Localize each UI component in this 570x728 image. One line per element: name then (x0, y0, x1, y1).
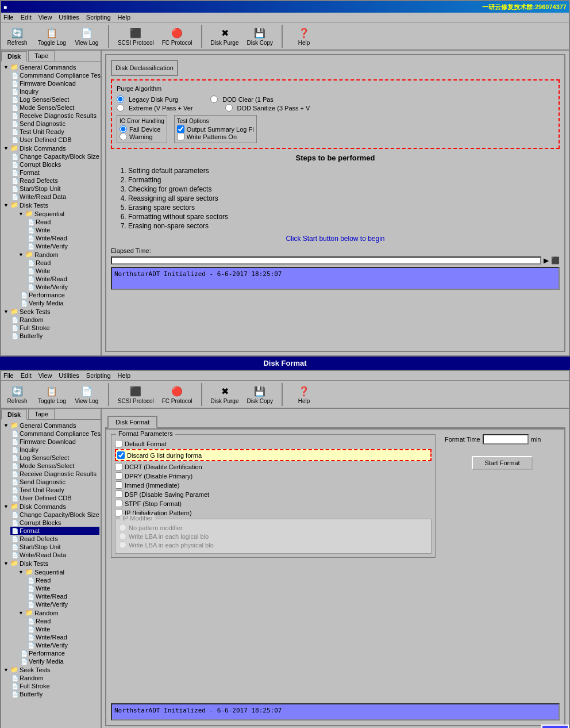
seek2-fullstroke[interactable]: 📄Full Stroke (10, 682, 99, 690)
rand2-header[interactable]: ▼ 📁 Random (10, 608, 99, 617)
stop-button[interactable]: ⬛ (551, 256, 560, 265)
menu-view[interactable]: View (38, 14, 52, 21)
disk-copy-button-2[interactable]: 💾 Disk Copy (245, 382, 275, 406)
tab-disk-bottom[interactable]: Disk (1, 409, 27, 420)
sidebar2-test-unit[interactable]: 📄Test Unit Ready (10, 486, 99, 494)
disk-purge-button[interactable]: ✖ Disk Purge (209, 24, 241, 48)
sidebar2-start-stop[interactable]: 📄Start/Stop Unit (10, 543, 99, 551)
cb-dpry[interactable] (115, 472, 122, 480)
sidebar2-send-diag[interactable]: 📄Send Diagnostic (10, 478, 99, 486)
menu2-file[interactable]: File (3, 372, 14, 379)
disk2-tests-header[interactable]: ▼ 📁 Disk Tests (2, 559, 99, 568)
general2-header[interactable]: ▼ 📁 General Commands (2, 421, 99, 430)
view-log-button-2[interactable]: 📄 View Log (72, 382, 101, 406)
verify2-item[interactable]: 📄Verify Media (10, 657, 99, 665)
seq-writeread[interactable]: 📄Write/Read (26, 234, 99, 242)
tab-disk-top[interactable]: Disk (1, 51, 27, 62)
radio-fail[interactable] (120, 125, 127, 133)
seek2-random[interactable]: 📄Random (10, 674, 99, 682)
sidebar-item-receive-diag[interactable]: 📄Receive Diagnostic Results (10, 112, 99, 120)
menu-edit[interactable]: Edit (21, 14, 32, 21)
refresh-button-2[interactable]: 🔄 Refresh (3, 382, 32, 406)
seq-read[interactable]: 📄Read (26, 218, 99, 226)
fc-button-2[interactable]: 🔴 FC Protocol (160, 382, 194, 406)
toggle-log-button-2[interactable]: 📋 Toggle Log (36, 382, 68, 406)
seq-writeverify[interactable]: 📄Write/Verify (26, 242, 99, 250)
menu-file[interactable]: File (3, 14, 14, 21)
rand-writeverify[interactable]: 📄Write/Verify (26, 283, 99, 291)
cb-discard-glist[interactable] (117, 451, 125, 459)
menu-scripting[interactable]: Scripting (86, 14, 111, 21)
tab-disk-format[interactable]: Disk Format (107, 416, 157, 428)
disk-commands-header[interactable]: ▼ 📁 Disk Commands (2, 144, 99, 152)
cb-stpf[interactable] (115, 500, 122, 507)
rand-write[interactable]: 📄Write (26, 267, 99, 275)
radio-legacy[interactable] (117, 95, 124, 103)
sidebar2-write-read[interactable]: 📄Write/Read Data (10, 551, 99, 559)
tab-tape-bottom[interactable]: Tape (28, 409, 55, 419)
sidebar-item-firmware[interactable]: 📄Firmware Download (10, 79, 99, 87)
sidebar-item-compliance[interactable]: 📄Commmand Compliance Test (10, 71, 99, 79)
seq2-header[interactable]: ▼ 📁 Sequential (10, 568, 99, 576)
sidebar2-inquiry[interactable]: 📄Inquiry (10, 446, 99, 454)
menu2-utilities[interactable]: Utilities (59, 372, 79, 379)
menu2-view[interactable]: View (38, 372, 52, 379)
seq2-write[interactable]: 📄Write (26, 584, 99, 592)
sidebar-item-start-stop[interactable]: 📄Start/Stop Unit (10, 185, 99, 193)
refresh-button[interactable]: 🔄 Refresh (3, 24, 32, 48)
perf2-item[interactable]: 📄Performance (10, 649, 99, 657)
sidebar2-log-sense[interactable]: 📄Log Sense/Select (10, 454, 99, 462)
seek-random[interactable]: 📄Random (10, 316, 99, 324)
seq2-read[interactable]: 📄Read (26, 576, 99, 584)
rand-writeread[interactable]: 📄Write/Read (26, 275, 99, 283)
general-commands-header[interactable]: ▼ 📁 General Commands (2, 63, 99, 71)
seek-fullstroke[interactable]: 📄Full Stroke (10, 324, 99, 332)
sidebar-item-corrupt[interactable]: 📄Corrupt Blocks (10, 160, 99, 168)
seq2-writeread[interactable]: 📄Write/Read (26, 592, 99, 600)
radio-dod-sanitize[interactable] (225, 104, 233, 112)
rand2-writeverify[interactable]: 📄Write/Verify (26, 641, 99, 649)
scsi-button-2[interactable]: ⬛ SCSI Protocol (116, 382, 156, 406)
cb-dsp[interactable] (115, 491, 122, 498)
sidebar-item-send-diag[interactable]: 📄Send Diagnostic (10, 120, 99, 128)
sequential-header[interactable]: ▼ 📁 Sequential (10, 209, 99, 218)
sidebar-item-test-unit[interactable]: 📄Test Unit Ready (10, 128, 99, 136)
rand2-read[interactable]: 📄Read (26, 617, 99, 625)
sidebar-item-change-cap[interactable]: 📄Change Capacity/Block Size (10, 152, 99, 160)
seek-butterfly[interactable]: 📄Butterfly (10, 332, 99, 340)
verify-media-item[interactable]: 📄Verify Media (10, 299, 99, 307)
help-button-2[interactable]: ❓ Help (290, 382, 318, 406)
cb-immed[interactable] (115, 481, 122, 489)
rand-read[interactable]: 📄Read (26, 259, 99, 267)
menu2-help[interactable]: Help (118, 372, 131, 379)
fc-protocol-button[interactable]: 🔴 FC Protocol (160, 24, 194, 48)
seek2-butterfly[interactable]: 📄Butterfly (10, 690, 99, 698)
sidebar2-user-cdb[interactable]: 📄User Defined CDB (10, 494, 99, 502)
rand2-write[interactable]: 📄Write (26, 625, 99, 633)
sidebar-item-user-cdb[interactable]: 📄User Defined CDB (10, 136, 99, 144)
cb-dcrt[interactable] (115, 463, 122, 470)
help-button-top[interactable]: ❓ Help (290, 24, 318, 48)
view-log-button[interactable]: 📄 View Log (72, 24, 101, 48)
sidebar-item-mode-sense[interactable]: 📄Mode Sense/Select (10, 104, 99, 112)
toggle-log-button[interactable]: 📋 Toggle Log (36, 24, 68, 48)
start-format-button[interactable]: Start Format (472, 456, 532, 470)
sidebar2-corrupt[interactable]: 📄Corrupt Blocks (10, 519, 99, 527)
sidebar-item-log-sense[interactable]: 📄Log Sense/Select (10, 95, 99, 104)
sidebar-item-inquiry[interactable]: 📄Inquiry (10, 87, 99, 95)
radio-warning[interactable] (120, 133, 127, 140)
sidebar2-mode-sense[interactable]: 📄Mode Sense/Select (10, 462, 99, 470)
sidebar-item-format[interactable]: 📄Format (10, 168, 99, 177)
format-time-input[interactable] (483, 434, 529, 445)
sidebar-item-read-defects[interactable]: 📄Read Defects (10, 177, 99, 185)
random-header[interactable]: ▼ 📁 Random (10, 250, 99, 259)
play-button[interactable]: ▶ (544, 256, 549, 265)
sidebar2-receive-diag[interactable]: 📄Receive Diagnostic Results (10, 470, 99, 478)
seek2-header[interactable]: ▼ 📁 Seek Tests (2, 665, 99, 674)
seq-write[interactable]: 📄Write (26, 226, 99, 234)
radio-dod-clear[interactable] (210, 95, 218, 103)
cb-default-format[interactable] (115, 440, 122, 447)
radio-extreme[interactable] (117, 104, 124, 112)
cb-output-summary[interactable] (177, 125, 184, 133)
seq2-writeverify[interactable]: 📄Write/Verify (26, 600, 99, 608)
